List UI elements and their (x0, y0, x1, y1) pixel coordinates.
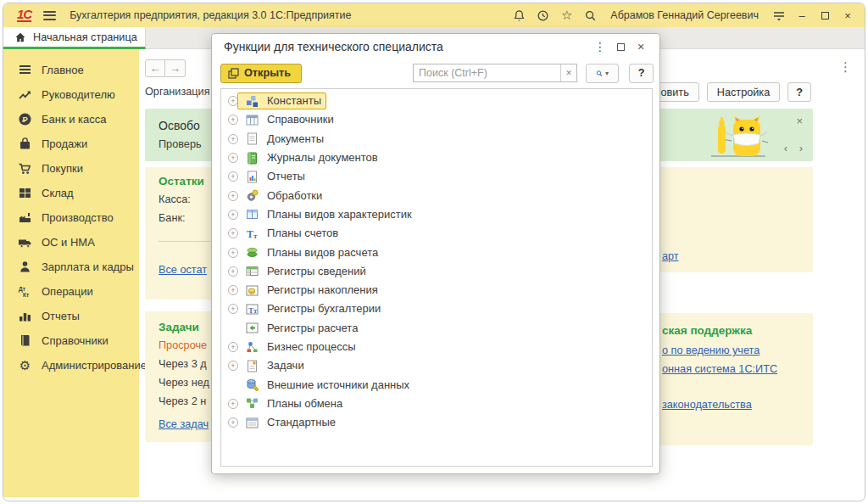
search-clear-icon[interactable]: × (560, 64, 576, 81)
global-search-icon[interactable] (583, 8, 598, 23)
accounting-registers-icon: Тт (246, 303, 259, 316)
tree-item-reports[interactable]: Отчеты (221, 167, 652, 186)
sidebar-item-fixed-assets[interactable]: ОС и НМА (3, 230, 139, 255)
indicators-link-fragment[interactable]: арт (662, 250, 679, 262)
tree-item-constants[interactable]: Константы (221, 92, 652, 110)
close-window-button[interactable]: × (841, 9, 854, 22)
tree-item-exchange-plans[interactable]: Планы обмена (221, 395, 652, 413)
all-balances-link[interactable]: Все остат (159, 264, 207, 276)
tasks-week: Через нед (159, 377, 209, 389)
expand-icon[interactable] (228, 153, 238, 163)
notifications-bell-icon[interactable] (512, 8, 526, 23)
bank-label: Банк: (159, 212, 185, 224)
tree-item-catalogs[interactable]: Справочники (221, 110, 652, 129)
tree-item-document-journals[interactable]: Журналы документов (221, 148, 652, 167)
settings-button[interactable]: Настройка (707, 82, 780, 102)
sidebar-item-main[interactable]: Главное (3, 58, 139, 82)
banner-next-icon[interactable]: › (799, 142, 803, 154)
grid-blocks-icon (18, 186, 32, 200)
current-user[interactable]: Абрамов Геннадий Сергеевич (610, 9, 759, 21)
sidebar-item-warehouse[interactable]: Склад (3, 181, 139, 205)
balances-title: Остатки (159, 175, 204, 188)
tree-item-tasks[interactable]: Задачи (221, 356, 652, 375)
data-processors-icon (246, 189, 259, 202)
all-tasks-link[interactable]: Все задач (159, 418, 209, 430)
favorites-star-icon[interactable]: ☆ (559, 8, 574, 23)
search-input[interactable] (414, 64, 560, 81)
dialog-header[interactable]: Функции для технического специалиста ⋮ × (212, 34, 659, 59)
expand-icon[interactable] (228, 96, 238, 106)
expand-icon[interactable] (228, 171, 238, 182)
tree-item-calculation-registers[interactable]: Регистры расчета (221, 319, 652, 338)
expand-icon[interactable] (228, 191, 238, 201)
sidebar-item-production[interactable]: Производство (3, 205, 139, 230)
tree-item-charts-of-calculation-types[interactable]: Планы видов расчета (221, 243, 652, 261)
charts-of-accounts-icon: Тт (246, 227, 259, 240)
expand-icon[interactable] (228, 266, 238, 277)
person-icon (18, 260, 32, 274)
back-button[interactable]: ← (145, 59, 165, 77)
dialog-maximize-icon[interactable] (610, 40, 631, 53)
search-mode-button[interactable]: ▾ (586, 64, 619, 83)
main-menu-icon[interactable] (43, 11, 56, 20)
sidebar-item-directories[interactable]: Справочники (3, 328, 139, 353)
book-icon (18, 333, 32, 348)
tree-item-accounting-registers[interactable]: Тт Регистры бухгалтерии (221, 300, 652, 318)
expand-icon[interactable] (228, 361, 238, 371)
history-icon[interactable] (536, 8, 550, 23)
tree-item-charts-of-accounts[interactable]: Тт Планы счетов (221, 224, 652, 243)
sidebar-item-sales[interactable]: Продажи (3, 132, 139, 156)
sidebar-item-payroll-hr[interactable]: Зарплата и кадры (3, 255, 139, 279)
tree-item-documents[interactable]: Документы (221, 130, 652, 148)
expand-icon[interactable] (228, 210, 238, 220)
service-menu-icon[interactable] (771, 8, 786, 23)
documents-icon (246, 132, 259, 145)
expand-icon[interactable] (228, 115, 238, 125)
tree-item-standard[interactable]: Стандартные (221, 413, 652, 432)
expand-icon[interactable] (228, 285, 238, 295)
expand-icon[interactable] (228, 228, 238, 238)
tree-item-data-processors[interactable]: Обработки (221, 186, 652, 204)
sidebar-item-purchases[interactable]: Покупки (3, 156, 139, 181)
tasks-title: Задачи (159, 321, 199, 333)
business-processes-icon (246, 341, 259, 354)
tree-item-business-processes[interactable]: Бизнес процессы (221, 338, 652, 356)
minimize-button[interactable]: – (795, 9, 809, 22)
tree-item-charts-of-characteristic-types[interactable]: Планы видов характеристик (221, 205, 652, 224)
tree-item-external-data-sources[interactable]: Внешние источники данных (221, 375, 652, 394)
expand-icon[interactable] (228, 304, 238, 314)
page-help-button[interactable]: ? (787, 82, 811, 102)
dialog-close-icon[interactable]: × (631, 40, 651, 53)
dialog-help-button[interactable]: ? (629, 64, 654, 83)
tree-item-accumulation-registers[interactable]: Регистры накопления (221, 281, 652, 300)
sidebar-item-operations[interactable]: ДтКт Операции (3, 279, 139, 304)
maximize-button[interactable] (818, 9, 832, 22)
sidebar-item-bank-cash[interactable]: Р Банк и касса (3, 107, 139, 132)
search-box: × (413, 64, 577, 82)
open-button[interactable]: Открыть (220, 64, 302, 83)
app-title: Бухгалтерия предприятия, редакция 3.0 1С… (70, 9, 351, 21)
sidebar-item-administration[interactable]: ⚙ Администрирование (3, 353, 139, 378)
menu-lines-icon (18, 63, 32, 77)
forward-button[interactable]: → (165, 59, 186, 77)
dropdown-arrow-icon: ▾ (605, 70, 609, 77)
banner-close-icon[interactable]: × (796, 115, 803, 127)
expand-icon[interactable] (228, 342, 238, 352)
sidebar-item-reports[interactable]: Отчеты (3, 304, 139, 328)
expand-icon[interactable] (228, 134, 238, 144)
svg-text:Кт: Кт (23, 292, 29, 298)
tree-item-information-registers[interactable]: Регистры сведений (221, 262, 652, 281)
tab-home-page[interactable]: Начальная страница (3, 27, 146, 49)
expand-icon[interactable] (228, 417, 238, 428)
bag-icon (18, 137, 32, 151)
banner-prev-icon[interactable]: ‹ (784, 142, 787, 154)
support-link1-fragment[interactable]: о по ведению учета (662, 344, 760, 356)
page-more-menu-icon[interactable]: ⋮ (839, 59, 852, 75)
sidebar-item-manager[interactable]: Руководителю (3, 82, 139, 107)
dialog-more-menu-icon[interactable]: ⋮ (590, 40, 610, 53)
expand-icon[interactable] (228, 248, 238, 258)
support-link3-fragment[interactable]: законодательства (662, 399, 752, 411)
expand-icon[interactable] (228, 399, 238, 409)
standard-icon (246, 417, 259, 429)
support-link2-fragment[interactable]: онная система 1С:ИТС (662, 363, 777, 375)
